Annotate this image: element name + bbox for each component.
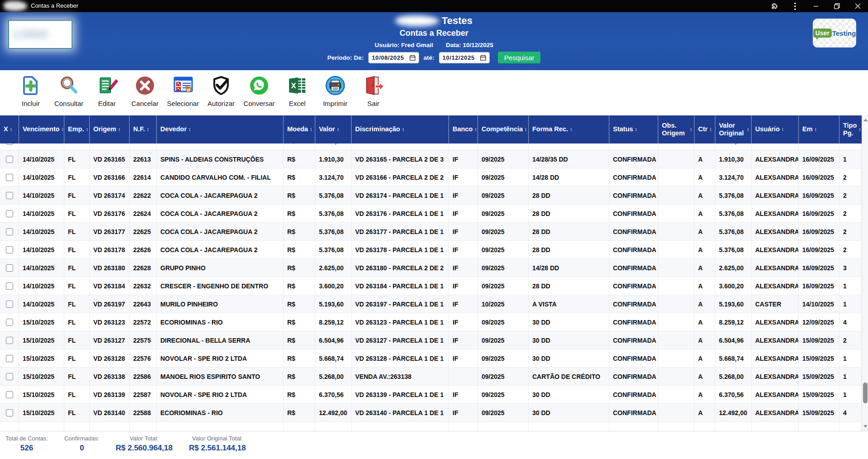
table-cell: 5.376,08	[715, 223, 752, 241]
close-button[interactable]	[847, 0, 868, 12]
toolbar-button-autorizar[interactable]: Autorizar	[202, 75, 240, 107]
column-header[interactable]: Em↕	[799, 115, 839, 143]
table-cell	[658, 150, 694, 168]
column-header[interactable]: X↕	[0, 115, 19, 143]
menu-dots-icon[interactable]	[785, 0, 805, 12]
column-header[interactable]: Origem↕	[90, 115, 130, 143]
toolbar-button-sair[interactable]: Sair	[354, 75, 392, 107]
sort-icon[interactable]: ↕	[337, 126, 339, 132]
row-checkbox[interactable]	[6, 337, 13, 344]
table-row[interactable]: 15/10/2025FLVD 26313822586MANOEL RIOS ES…	[0, 368, 862, 386]
table-cell: IF	[449, 349, 478, 368]
table-row[interactable]: 14/10/2025FLVD 26319722643MURILO PINHEIR…	[0, 295, 862, 313]
table-row[interactable]: 14/10/2025FLVD 26318022628GRUPO PINHOR$2…	[0, 259, 862, 277]
column-header[interactable]: Discriminação↕	[352, 115, 449, 143]
table-cell: A	[694, 386, 715, 404]
column-header[interactable]: Ctr↕	[694, 115, 715, 143]
row-checkbox[interactable]	[6, 174, 13, 181]
date-to-input[interactable]: 10/12/2025	[439, 52, 490, 63]
column-header[interactable]: Usuário↕	[752, 115, 799, 143]
column-header[interactable]: N.F.↕	[130, 115, 157, 143]
table-row[interactable]: 14/10/2025FLVD 26317722625COCA COLA - JA…	[0, 223, 862, 241]
toolbar-button-selecionar[interactable]: Selecionar	[164, 75, 202, 107]
table-cell: NOVOLAR - SPE RIO 2 LTDA	[157, 386, 284, 404]
table-cell: NOVOLAR - SPE RIO 2 LTDA	[157, 349, 284, 368]
table-row[interactable]: 15/10/2025FLVD 26312822576NOVOLAR - SPE …	[0, 349, 862, 368]
vertical-scrollbar[interactable]	[862, 115, 868, 431]
column-header[interactable]: Valor↕	[315, 115, 352, 143]
table-row[interactable]: 14/10/2025FLVD 26316522613SPINS - ALDEIA…	[0, 150, 862, 168]
column-header[interactable]: Tipo Pg.↕	[839, 115, 862, 143]
column-header[interactable]: Status↕	[609, 115, 658, 143]
row-checkbox[interactable]	[6, 192, 13, 199]
table-row[interactable]	[0, 422, 862, 431]
column-header[interactable]: Devedor↕	[157, 115, 284, 143]
sort-icon[interactable]: ↕	[781, 126, 784, 132]
toolbar-button-conversar[interactable]: Conversar	[240, 75, 278, 107]
sort-icon[interactable]: ↕	[61, 126, 64, 132]
calendar-icon[interactable]	[480, 55, 486, 61]
sort-icon[interactable]: ↕	[118, 126, 121, 132]
sort-icon[interactable]: ↕	[747, 126, 750, 132]
scroll-up-icon[interactable]	[862, 116, 868, 124]
toolbar-button-imprimir[interactable]: Imprimir	[316, 75, 354, 107]
row-checkbox[interactable]	[6, 210, 13, 217]
table-row[interactable]: 14/10/2025FLVD 26317622624COCA COLA - JA…	[0, 205, 862, 223]
sort-icon[interactable]: ↕	[709, 126, 712, 132]
sort-icon[interactable]: ↕	[525, 126, 527, 132]
restore-button[interactable]	[826, 0, 847, 12]
row-checkbox[interactable]	[6, 355, 13, 362]
sort-icon[interactable]: ↕	[858, 126, 861, 132]
toolbar-button-incluir[interactable]: Incluir	[12, 75, 50, 107]
column-header[interactable]: Forma Rec.↕	[529, 115, 609, 143]
table-row[interactable]: 15/10/2025FLVD 26312722575DIRECIONAL - B…	[0, 331, 862, 349]
row-checkbox[interactable]	[6, 373, 13, 380]
sort-icon[interactable]: ↕	[815, 126, 817, 132]
row-checkbox[interactable]	[6, 409, 13, 416]
scroll-down-icon[interactable]	[862, 423, 868, 430]
sort-icon[interactable]: ↕	[690, 126, 693, 132]
row-checkbox[interactable]	[6, 246, 13, 253]
sort-icon[interactable]: ↕	[147, 126, 149, 132]
sort-icon[interactable]: ↕	[570, 126, 573, 132]
table-row[interactable]: 14/10/2025FLVD 26316622614CANDIDO CARVAL…	[0, 168, 862, 186]
column-header[interactable]: Moeda↕	[284, 115, 315, 143]
row-checkbox[interactable]	[6, 391, 13, 398]
table-cell: 15/10/2025	[19, 349, 64, 368]
sort-icon[interactable]: ↕	[310, 126, 313, 132]
row-checkbox[interactable]	[6, 319, 13, 326]
table-row[interactable]: 14/10/2025FLVD 26317822626COCA COLA - JA…	[0, 241, 862, 259]
extensions-icon[interactable]	[764, 0, 785, 12]
column-header[interactable]: Banco↕	[449, 115, 478, 143]
scrollbar-thumb[interactable]	[863, 382, 868, 403]
table-row[interactable]: 15/10/2025FLVD 26312322572ECORIOMINAS - …	[0, 313, 862, 331]
sort-icon[interactable]: ↕	[635, 126, 637, 132]
sort-icon[interactable]: ↕	[474, 126, 477, 132]
row-checkbox[interactable]	[6, 156, 13, 163]
minimize-button[interactable]	[805, 0, 826, 12]
search-button[interactable]: Pesquisar	[498, 52, 541, 63]
sort-icon[interactable]: ↕	[402, 126, 405, 132]
column-header[interactable]: Obs. Origem↕	[658, 115, 694, 143]
table-row[interactable]: 15/10/2025FLVD 26314022588ECORIOMINAS - …	[0, 404, 862, 422]
toolbar-button-cancelar[interactable]: Cancelar	[126, 75, 164, 107]
sort-icon[interactable]: ↕	[188, 126, 191, 132]
toolbar-button-editar[interactable]: Editar	[88, 75, 126, 107]
calendar-icon[interactable]	[410, 55, 415, 61]
row-checkbox[interactable]	[6, 264, 13, 272]
column-header[interactable]: Competência↕	[478, 115, 529, 143]
row-checkbox[interactable]	[6, 301, 13, 308]
table-row[interactable]: 14/10/2025FLVD 26317422622COCA COLA - JA…	[0, 186, 862, 205]
column-header[interactable]: Emp.↕	[64, 115, 90, 143]
toolbar-button-consultar[interactable]: Consultar	[50, 75, 88, 107]
sort-icon[interactable]: ↕	[86, 126, 88, 132]
row-checkbox[interactable]	[6, 282, 13, 290]
date-from-input[interactable]: 10/08/2025	[368, 52, 419, 63]
column-header[interactable]: Valor Original↕	[715, 115, 752, 143]
sort-icon[interactable]: ↕	[10, 126, 13, 132]
column-header[interactable]: Vencimento↕	[19, 115, 64, 143]
table-row[interactable]: 14/10/2025FLVD 26318422632CRESCER - ENGE…	[0, 277, 862, 295]
toolbar-button-excel[interactable]: XExcel	[278, 75, 316, 107]
row-checkbox[interactable]	[6, 228, 13, 235]
table-row[interactable]: 15/10/2025FLVD 26313922587NOVOLAR - SPE …	[0, 386, 862, 404]
